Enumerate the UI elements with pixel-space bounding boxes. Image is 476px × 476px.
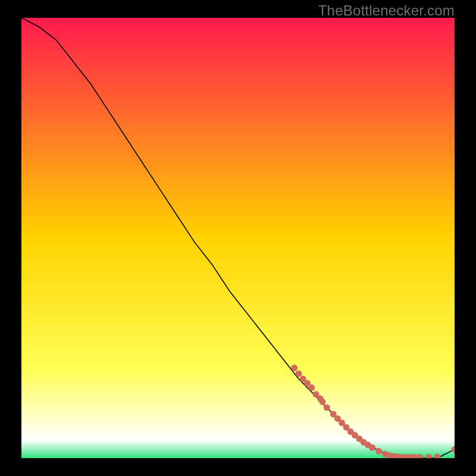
scatter-dot <box>375 448 382 455</box>
watermark-text: TheBottlenecker.com <box>318 2 455 19</box>
chart-plot-area <box>21 18 455 458</box>
chart-svg <box>21 18 455 458</box>
chart-stage: TheBottlenecker.com <box>0 0 476 476</box>
scatter-dot <box>308 384 315 391</box>
scatter-dot <box>324 404 330 411</box>
chart-background <box>21 18 455 458</box>
scatter-dot <box>369 444 375 451</box>
scatter-dot <box>295 370 302 377</box>
scatter-dot <box>291 365 298 371</box>
scatter-dot <box>319 399 325 405</box>
